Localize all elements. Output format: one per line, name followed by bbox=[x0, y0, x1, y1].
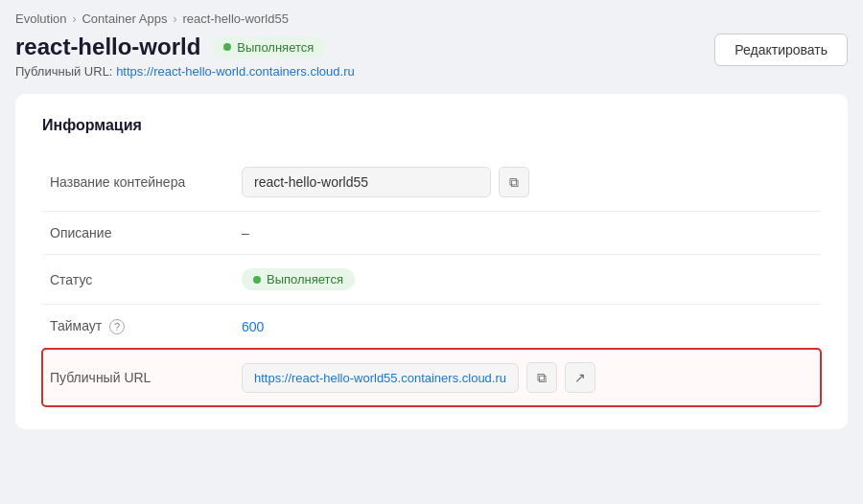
breadcrumb-sep-1: › bbox=[72, 12, 76, 26]
open-url-button[interactable]: ↗ bbox=[565, 362, 595, 393]
label-status: Статус bbox=[42, 255, 234, 305]
open-url-icon: ↗ bbox=[574, 370, 586, 385]
copy-name-button[interactable]: ⧉ bbox=[499, 167, 529, 197]
field-value-box-url: https://react-hello-world55.containers.c… bbox=[242, 362, 813, 393]
table-row-name: Название контейнера react-hello-world55 … bbox=[42, 153, 821, 212]
breadcrumb-container-apps[interactable]: Container Apps bbox=[82, 11, 167, 26]
label-container-name: Название контейнера bbox=[42, 153, 234, 212]
page-header: react-hello-world Выполняется Публичный … bbox=[15, 34, 848, 79]
copy-url-icon: ⧉ bbox=[537, 370, 547, 386]
public-url-prefix: Публичный URL: bbox=[15, 64, 113, 79]
header-status-label: Выполняется bbox=[237, 40, 314, 55]
description-value: – bbox=[242, 225, 249, 241]
timeout-value: 600 bbox=[242, 319, 264, 334]
header-status-badge: Выполняется bbox=[212, 36, 325, 58]
breadcrumb-evolution[interactable]: Evolution bbox=[15, 11, 66, 26]
copy-icon: ⧉ bbox=[509, 174, 519, 191]
page-title-row: react-hello-world Выполняется bbox=[15, 34, 355, 60]
value-timeout: 600 bbox=[234, 305, 821, 349]
label-public-url: Публичный URL bbox=[42, 349, 234, 407]
edit-button[interactable]: Редактировать bbox=[714, 34, 848, 66]
page-title: react-hello-world bbox=[15, 34, 200, 60]
field-value-box-name: react-hello-world55 ⧉ bbox=[242, 167, 813, 197]
breadcrumb: Evolution › Container Apps › react-hello… bbox=[15, 11, 848, 26]
table-row-description: Описание – bbox=[42, 212, 821, 255]
public-url-value: https://react-hello-world55.containers.c… bbox=[242, 363, 519, 393]
breadcrumb-current: react-hello-world55 bbox=[182, 11, 289, 26]
copy-url-button[interactable]: ⧉ bbox=[526, 362, 557, 393]
value-description: – bbox=[234, 212, 821, 255]
status-inline-label: Выполняется bbox=[267, 272, 343, 286]
table-row-public-url: Публичный URL https://react-hello-world5… bbox=[42, 349, 821, 407]
status-badge-inline: Выполняется bbox=[242, 268, 355, 290]
container-name-value: react-hello-world55 bbox=[242, 167, 491, 197]
info-table: Название контейнера react-hello-world55 … bbox=[42, 153, 821, 406]
page-title-block: react-hello-world Выполняется Публичный … bbox=[15, 34, 355, 79]
header-public-url: Публичный URL: https://react-hello-world… bbox=[15, 64, 355, 79]
status-dot-inline bbox=[253, 276, 261, 284]
value-status: Выполняется bbox=[234, 255, 821, 305]
timeout-tooltip-icon[interactable]: ? bbox=[109, 319, 125, 334]
header-public-url-link[interactable]: https://react-hello-world.containers.clo… bbox=[116, 64, 355, 79]
breadcrumb-sep-2: › bbox=[173, 12, 176, 26]
status-dot bbox=[223, 43, 231, 51]
label-description: Описание bbox=[42, 212, 234, 255]
label-timeout: Таймаут ? bbox=[42, 305, 234, 349]
value-container-name: react-hello-world55 ⧉ bbox=[234, 153, 821, 212]
value-public-url: https://react-hello-world55.containers.c… bbox=[234, 349, 821, 407]
table-row-status: Статус Выполняется bbox=[42, 255, 821, 305]
info-card: Информация Название контейнера react-hel… bbox=[15, 94, 848, 429]
card-title: Информация bbox=[42, 117, 821, 134]
table-row-timeout: Таймаут ? 600 bbox=[42, 305, 821, 349]
